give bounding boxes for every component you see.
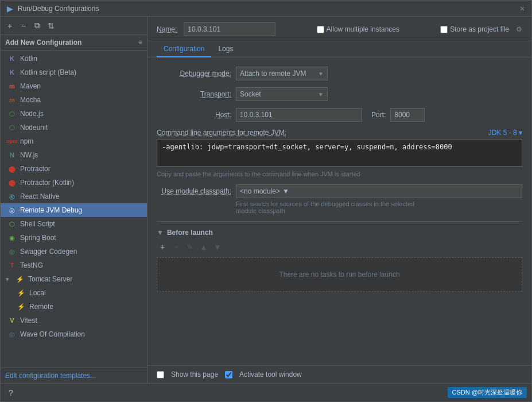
- list-item-label: Maven: [20, 82, 41, 90]
- tomcat-server-icon: ⚡: [15, 275, 25, 284]
- store-project-checkbox[interactable]: [440, 26, 448, 33]
- tab-logs[interactable]: Logs: [211, 41, 240, 57]
- show-page-label[interactable]: Show this page: [171, 370, 218, 378]
- before-launch-up-button[interactable]: ▲: [198, 241, 209, 253]
- list-item-wave[interactable]: ◎ Wave Of Compilation: [1, 327, 147, 341]
- sidebar-options-icon[interactable]: ≡: [138, 38, 142, 47]
- list-item-kotlin[interactable]: K Kotlin: [1, 52, 147, 65]
- show-page-checkbox[interactable]: [157, 371, 164, 378]
- list-item-spring-boot[interactable]: ◉ Spring Boot: [1, 231, 147, 245]
- list-item-swagger[interactable]: ◎ Swagger Codegen: [1, 245, 147, 258]
- jvm-hint: Copy and paste the arguments to the comm…: [157, 171, 522, 177]
- list-item-protractor-kotlin[interactable]: ⬤ Protractor (Kotlin): [1, 176, 147, 190]
- store-project-group: Store as project file: [440, 25, 509, 33]
- list-item-label: Kotlin script (Beta): [20, 68, 76, 76]
- list-item-tomcat-server[interactable]: ▾ ⚡ Tomcat Server: [1, 272, 147, 286]
- before-launch-remove-button[interactable]: −: [170, 241, 182, 253]
- module-classpath-label: Use module classpath:: [157, 187, 231, 195]
- tabs: Configuration Logs: [147, 41, 531, 57]
- before-launch-add-button[interactable]: +: [157, 241, 168, 253]
- host-label: Host:: [157, 111, 231, 119]
- nodeunit-icon: ⬡: [7, 123, 17, 132]
- before-launch-caret-icon: ▼: [157, 229, 164, 237]
- list-item-label: Vitest: [20, 316, 37, 324]
- list-item-tomcat-local[interactable]: ⚡ Local: [1, 286, 147, 300]
- vitest-icon: V: [7, 316, 17, 325]
- sidebar-footer: Edit configuration templates...: [1, 368, 147, 383]
- transport-row: Transport: Socket ▼: [157, 87, 522, 101]
- transport-value: Socket: [240, 90, 316, 98]
- run-debug-window: ▶ Run/Debug Configurations × + − ⧉ ⇅ Add…: [0, 0, 532, 402]
- nw-icon: N: [7, 150, 17, 160]
- remove-config-button[interactable]: −: [18, 20, 29, 32]
- activate-window-checkbox[interactable]: [225, 371, 232, 378]
- gear-icon[interactable]: ⚙: [516, 25, 522, 33]
- edit-templates-link[interactable]: Edit configuration templates...: [5, 372, 96, 380]
- list-item-kotlin-script[interactable]: K Kotlin script (Beta): [1, 65, 147, 79]
- tab-configuration[interactable]: Configuration: [157, 41, 211, 57]
- list-item-label: Mocha: [20, 96, 41, 104]
- list-item-nodejs[interactable]: ⬡ Node.js: [1, 107, 147, 121]
- store-project-label[interactable]: Store as project file: [450, 25, 509, 33]
- list-item-label: Kotlin: [20, 55, 37, 63]
- add-config-button[interactable]: +: [4, 20, 15, 32]
- module-classpath-row: Use module classpath: <no module> ▼: [157, 184, 522, 198]
- module-hint: First search for sources of the debugged…: [236, 200, 522, 214]
- list-item-label: Local: [29, 289, 46, 297]
- jdk-version-link[interactable]: JDK 5 - 8 ▾: [488, 129, 522, 137]
- list-item-testng[interactable]: T TestNG: [1, 258, 147, 272]
- jvm-args-section: Command line arguments for remote JVM: J…: [157, 129, 522, 177]
- activate-window-label[interactable]: Activate tool window: [239, 370, 302, 378]
- copy-config-button[interactable]: ⧉: [32, 20, 43, 32]
- before-launch-down-button[interactable]: ▼: [212, 241, 223, 253]
- list-item-mocha[interactable]: m Mocha: [1, 93, 147, 107]
- protractor-icon: ⬤: [7, 164, 17, 173]
- titlebar-icon: ▶: [5, 4, 14, 13]
- before-launch-edit-button[interactable]: ✎: [184, 241, 196, 253]
- list-item-nodeunit[interactable]: ⬡ Nodeunit: [1, 121, 147, 134]
- transport-dropdown[interactable]: Socket ▼: [236, 87, 328, 101]
- list-item-label: React Native: [20, 192, 60, 200]
- list-item-maven[interactable]: m Maven: [1, 79, 147, 93]
- list-item-vitest[interactable]: V Vitest: [1, 314, 147, 327]
- testng-icon: T: [7, 261, 17, 270]
- list-item-label: Shell Script: [20, 220, 55, 228]
- list-item-label: NW.js: [20, 151, 38, 159]
- allow-multiple-checkbox[interactable]: [317, 26, 324, 33]
- tomcat-remote-icon: ⚡: [17, 302, 26, 311]
- list-item-react-native[interactable]: ◎ React Native: [1, 190, 147, 203]
- help-button[interactable]: ?: [5, 387, 17, 399]
- list-item-remote-jvm-debug[interactable]: ◎ Remote JVM Debug: [1, 203, 147, 217]
- list-item-nw[interactable]: N NW.js: [1, 148, 147, 162]
- debugger-mode-dropdown[interactable]: Attach to remote JVM ▼: [236, 67, 328, 80]
- react-native-icon: ◎: [7, 192, 17, 201]
- list-item-tomcat-remote[interactable]: ⚡ Remote: [1, 300, 147, 314]
- close-button[interactable]: ×: [518, 4, 527, 13]
- module-hint-line1: First search for sources of the debugged…: [236, 200, 522, 207]
- main-content: + − ⧉ ⇅ Add New Configuration ≡ K Kotlin…: [1, 17, 531, 383]
- sort-config-button[interactable]: ⇅: [45, 20, 57, 32]
- right-panel: Name: Allow multiple instances Store as …: [147, 17, 531, 383]
- module-classpath-dropdown[interactable]: <no module> ▼: [236, 184, 522, 198]
- host-input[interactable]: [236, 108, 362, 122]
- list-item-protractor[interactable]: ⬤ Protractor: [1, 162, 147, 176]
- transport-caret: ▼: [318, 91, 324, 98]
- allow-multiple-group: Allow multiple instances: [317, 25, 399, 33]
- list-item-npm[interactable]: npm npm: [1, 134, 147, 148]
- port-input[interactable]: [390, 108, 425, 122]
- debugger-mode-caret: ▼: [318, 71, 324, 77]
- before-launch-header[interactable]: ▼ Before launch: [157, 229, 522, 237]
- list-item-label: Node.js: [20, 110, 44, 118]
- allow-multiple-label[interactable]: Allow multiple instances: [327, 25, 399, 33]
- list-item-label: TestNG: [20, 261, 43, 269]
- list-item-shell-script[interactable]: ⬡ Shell Script: [1, 217, 147, 231]
- list-item-label: Nodeunit: [20, 123, 48, 132]
- protractor-kotlin-icon: ⬤: [7, 178, 17, 187]
- list-item-label: Remote JVM Debug: [20, 206, 82, 214]
- jvm-args-textarea[interactable]: -agentlib: jdwp=transport=dt_socket, ser…: [157, 139, 522, 167]
- name-input[interactable]: [184, 22, 275, 36]
- list-item-label: Remote: [29, 303, 53, 311]
- tomcat-local-icon: ⚡: [17, 288, 26, 297]
- host-port-row: Host: Port:: [157, 108, 522, 122]
- sidebar-list: K Kotlin K Kotlin script (Beta) m Maven …: [1, 51, 147, 368]
